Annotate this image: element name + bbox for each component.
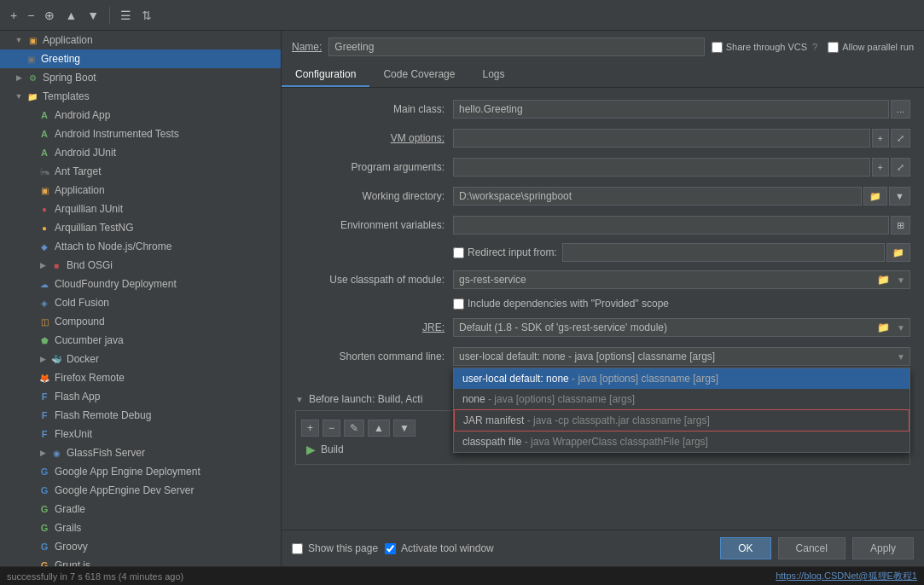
env-vars-input[interactable] [453,216,889,235]
cancel-button[interactable]: Cancel [778,537,846,559]
allow-parallel-checkbox[interactable] [828,42,839,53]
name-checkboxes: Share through VCS ? Allow parallel run [712,42,914,53]
dropdown-item-jar-manifest[interactable]: JAR manifest - java -cp classpath.jar cl… [454,409,909,432]
allow-parallel-label[interactable]: Allow parallel run [828,42,914,53]
bnd-osgi-icon: ■ [49,258,63,272]
sidebar-item-bnd-osgi[interactable]: ▶ ■ Bnd OSGi [0,256,281,275]
before-launch-toggle[interactable]: ▼ [295,395,304,404]
classpath-select[interactable]: gs-rest-service [453,270,910,289]
working-dir-folder-btn[interactable]: 📁 [863,187,887,206]
tab-code-coverage[interactable]: Code Coverage [369,63,468,87]
toolbar-up[interactable]: ▲ [61,7,80,24]
program-args-field: + ⤢ [453,158,910,177]
sidebar-item-flexunit[interactable]: F FlexUnit [0,425,281,443]
sidebar-glassfish-label: GlassFish Server [67,447,145,459]
before-launch-edit[interactable]: ✎ [344,420,364,437]
redirect-input-field: 📁 [562,243,910,262]
redirect-input-checkbox[interactable] [453,247,464,258]
share-vcs-checkbox[interactable] [712,42,723,53]
include-deps-label[interactable]: Include dependencies with "Provided" sco… [453,298,669,310]
before-launch-up[interactable]: ▲ [368,420,390,437]
sidebar-item-grunt[interactable]: G Grunt.js [0,556,281,566]
working-dir-input[interactable] [453,187,862,206]
toolbar-add[interactable]: + [7,7,20,24]
dropdown-item-none[interactable]: none - java [options] classname [args] [454,389,909,409]
show-page-checkbox[interactable] [292,543,303,554]
sidebar-item-firefox-remote[interactable]: 🦊 Firefox Remote [0,368,281,387]
redirect-input-label[interactable]: Redirect input from: [453,246,557,258]
program-args-row: Program arguments: + ⤢ [295,156,910,178]
show-page-label[interactable]: Show this page [292,542,378,554]
toolbar-down[interactable]: ▼ [84,7,102,24]
program-args-add-btn[interactable]: + [872,158,889,177]
status-link[interactable]: https://blog.CSDNet@狐狸E教程1 [776,570,917,582]
before-launch-down[interactable]: ▼ [393,420,416,437]
sidebar-item-spring-boot[interactable]: ▶ ⚙ Spring Boot [0,68,281,87]
sidebar-item-ant-target[interactable]: 🐜 Ant Target [0,162,281,181]
toolbar-copy[interactable]: ⊕ [41,7,58,24]
main-class-browse-btn[interactable]: ... [891,100,910,119]
main-layout: ▼ ▣ Application ▣ Greeting ▶ ⚙ Spring Bo… [0,31,924,566]
sidebar-item-android-junit[interactable]: A Android JUnit [0,143,281,162]
working-dir-dropdown-btn[interactable]: ▼ [889,187,910,206]
sidebar-item-android-instrumented[interactable]: A Android Instrumented Tests [0,125,281,143]
jre-select[interactable]: Default (1.8 - SDK of 'gs-rest-service' … [453,318,910,337]
sidebar-item-arquillian-junit[interactable]: ● Arquillian JUnit [0,200,281,218]
sidebar-item-cucumber[interactable]: ⬟ Cucumber java [0,331,281,350]
tab-configuration[interactable]: Configuration [282,63,369,87]
sidebar-item-templates[interactable]: ▼ 📁 Templates [0,87,281,106]
sidebar-item-application-template[interactable]: ▣ Application [0,181,281,200]
redirect-input-folder-btn[interactable]: 📁 [886,243,910,262]
activate-tool-label[interactable]: Activate tool window [385,542,494,554]
before-launch-add[interactable]: + [301,420,319,437]
toolbar-remove[interactable]: − [24,7,38,24]
sidebar-item-application-root[interactable]: ▼ ▣ Application [0,31,281,49]
cold-fusion-icon: ◈ [38,296,51,310]
sidebar-item-attach-nodejs[interactable]: ◆ Attach to Node.js/Chrome [0,237,281,256]
tab-logs[interactable]: Logs [468,63,518,87]
sidebar-item-glassfish[interactable]: ▶ ◉ GlassFish Server [0,443,281,462]
apply-button[interactable]: Apply [852,537,914,559]
vm-options-add-btn[interactable]: + [872,129,889,148]
sidebar-item-groovy[interactable]: G Groovy [0,537,281,556]
ant-target-icon: 🐜 [38,165,51,178]
sidebar-item-greeting[interactable]: ▣ Greeting [0,49,281,68]
working-dir-field: 📁 ▼ [453,187,910,206]
sidebar-item-gradle[interactable]: G Gradle [0,500,281,518]
main-class-row: Main class: ... [295,98,910,120]
sidebar-item-compound[interactable]: ◫ Compound [0,312,281,331]
toolbar-filter[interactable]: ☰ [117,7,135,24]
sidebar-flexunit-label: FlexUnit [55,428,92,440]
bottom-bar: Show this page Activate tool window OK C… [282,530,924,566]
before-launch-remove[interactable]: − [323,420,340,437]
env-vars-edit-btn[interactable]: ⊞ [891,216,910,235]
vm-options-input[interactable] [453,129,870,148]
google-appengine-dev-icon: G [38,484,51,497]
shorten-cmd-select[interactable]: user-local default: none - java [options… [453,347,910,366]
ok-button[interactable]: OK [720,537,770,559]
toolbar-sort[interactable]: ⇅ [138,7,155,24]
sidebar-item-arquillian-testng[interactable]: ● Arquillian TestNG [0,218,281,237]
include-deps-checkbox[interactable] [453,298,464,310]
sidebar-item-docker[interactable]: ▶ 🐳 Docker [0,350,281,368]
program-args-input[interactable] [453,158,870,177]
dropdown-item-user-local[interactable]: user-local default: none - java [options… [454,368,909,389]
shorten-cmd-label: Shorten command line: [295,350,453,362]
redirect-input-input[interactable] [562,243,885,262]
sidebar-item-android-app[interactable]: A Android App [0,106,281,125]
share-vcs-label[interactable]: Share through VCS ? [712,42,818,53]
sidebar-item-google-appengine-dev[interactable]: G Google AppEngine Dev Server [0,481,281,500]
sidebar-item-flash-app[interactable]: F Flash App [0,387,281,406]
name-input[interactable] [328,38,704,56]
sidebar-item-grails[interactable]: G Grails [0,518,281,537]
sidebar-item-flash-remote-debug[interactable]: F Flash Remote Debug [0,406,281,425]
sidebar-item-cold-fusion[interactable]: ◈ Cold Fusion [0,293,281,312]
vm-options-expand-btn[interactable]: ⤢ [891,129,910,148]
program-args-expand-btn[interactable]: ⤢ [891,158,910,177]
main-class-input[interactable] [453,100,889,119]
sidebar-item-google-app-engine[interactable]: G Google App Engine Deployment [0,462,281,481]
activate-tool-checkbox[interactable] [385,543,396,554]
dropdown-item-classpath-file[interactable]: classpath file - java WrapperClass class… [454,432,909,452]
sidebar-item-cloudfoundry[interactable]: ☁ CloudFoundry Deployment [0,275,281,293]
arquillian-junit-icon: ● [38,202,51,216]
